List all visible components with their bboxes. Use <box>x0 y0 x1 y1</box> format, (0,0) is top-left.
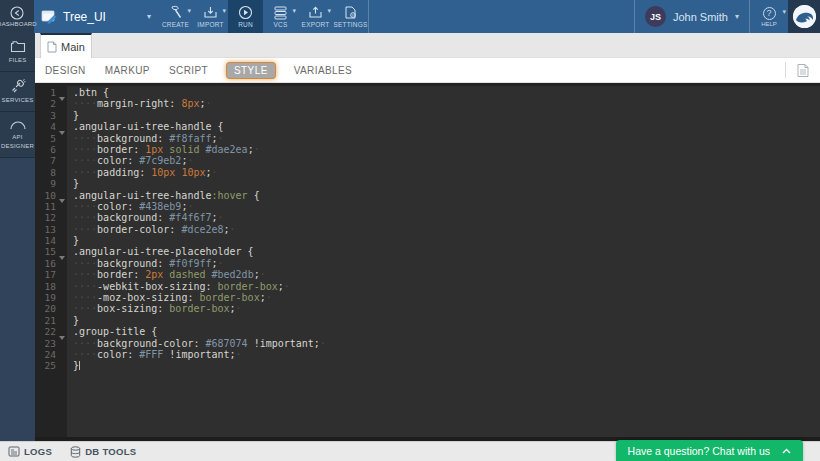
code-line[interactable]: 23····background-color: #687074 !importa… <box>35 338 820 349</box>
code-text: } <box>67 178 79 189</box>
sidebar-item-api-designer[interactable]: API DESIGNER <box>0 112 35 158</box>
code-text: .btn { <box>67 87 109 98</box>
code-line[interactable]: 15.angular-ui-tree-placeholder { <box>35 246 820 257</box>
code-editor[interactable]: 1.btn {2····margin-right: 8px;·3}4.angul… <box>35 83 820 441</box>
code-line[interactable]: 19····-moz-box-sizing: border-box;· <box>35 292 820 303</box>
code-text: } <box>67 110 79 121</box>
code-text: ····box-sizing: border-box;· <box>67 303 242 314</box>
line-number: 15 <box>35 246 67 257</box>
chevron-down-icon: ▾ <box>147 13 151 21</box>
code-text: ····background-color: #687074 !important… <box>67 338 326 349</box>
code-line[interactable]: 8····padding: 10px 10px;· <box>35 167 820 178</box>
code-line[interactable]: 3} <box>35 110 820 121</box>
code-line[interactable]: 17····border: 2px dashed #bed2db;· <box>35 269 820 280</box>
code-text: ····border: 2px dashed #bed2db;· <box>67 269 266 280</box>
dashboard-button[interactable]: DASHBOARD <box>0 0 34 33</box>
tab-design[interactable]: DESIGN <box>45 65 86 76</box>
workspace: Main DESIGN MARKUP SCRIPT STYLE VARIABLE… <box>35 33 820 441</box>
export-button[interactable]: ▾ EXPORT <box>298 0 333 33</box>
file-content-icon[interactable] <box>796 63 810 78</box>
sidebar-item-services[interactable]: SERVICES <box>0 72 35 112</box>
line-number: 3 <box>35 110 67 121</box>
create-button[interactable]: ▾ CREATE <box>158 0 193 33</box>
code-line[interactable]: 24····color: #FFF !important;· <box>35 349 820 360</box>
code-text: ····background: #f0f9ff;· <box>67 258 224 269</box>
import-button[interactable]: ▾ IMPORT <box>193 0 228 33</box>
line-number: 17 <box>35 269 67 280</box>
code-line[interactable]: 18····-webkit-box-sizing: border-box;· <box>35 281 820 292</box>
logs-button[interactable]: LOGS <box>8 446 52 457</box>
code-text: ····color: #7c9eb2;· <box>67 155 193 166</box>
project-app-icon <box>41 10 57 24</box>
code-text: } <box>67 360 80 371</box>
file-gear-icon <box>343 5 358 20</box>
line-number: 24 <box>35 349 67 360</box>
code-line[interactable]: 11····color: #438eb9;· <box>35 201 820 212</box>
sidebar-empty-area <box>0 158 35 441</box>
tab-variables[interactable]: VARIABLES <box>294 65 352 76</box>
code-line[interactable]: 21} <box>35 315 820 326</box>
code-text: .angular-ui-tree-placeholder { <box>67 246 254 257</box>
code-line[interactable]: 14} <box>35 235 820 246</box>
tab-bar: Main <box>35 33 820 58</box>
settings-button[interactable]: SETTINGS <box>333 0 368 33</box>
chat-widget-button[interactable]: Have a question? Chat with us <box>616 440 803 461</box>
app-window: DASHBOARD Tree_UI ▾ ▾ CREATE ▾ I <box>0 0 820 461</box>
chat-label: Have a question? Chat with us <box>628 445 770 457</box>
code-text: ····padding: 10px 10px;· <box>67 167 218 178</box>
code-line[interactable]: 12····background: #f4f6f7;· <box>35 212 820 223</box>
chevron-down-icon: ▾ <box>222 7 226 15</box>
line-number: 8 <box>35 167 67 178</box>
main-body: FILES SERVICES API DESIGNER <box>0 33 820 441</box>
code-line[interactable]: 13····border-color: #dce2e8;· <box>35 224 820 235</box>
tab-main[interactable]: Main <box>40 33 92 58</box>
chevron-down-icon: ▾ <box>292 7 296 15</box>
help-label: HELP <box>761 21 777 27</box>
code-text: ····-moz-box-sizing: border-box;· <box>67 292 272 303</box>
user-menu[interactable]: JS John Smith ▾ <box>635 0 749 33</box>
code-lines: 1.btn {2····margin-right: 8px;·3}4.angul… <box>35 87 820 372</box>
line-number: 25 <box>35 360 67 371</box>
topbar-spacer <box>369 0 634 33</box>
line-number: 20 <box>35 303 67 314</box>
code-line[interactable]: 20····box-sizing: border-box;· <box>35 303 820 314</box>
hammer-icon <box>168 5 183 20</box>
code-text: ····border-color: #dce2e8;· <box>67 224 236 235</box>
tab-markup[interactable]: MARKUP <box>105 65 150 76</box>
document-icon <box>47 41 57 53</box>
code-line[interactable]: 5····background: #f8faff;· <box>35 133 820 144</box>
arc-icon <box>9 119 27 130</box>
code-line[interactable]: 2····margin-right: 8px;· <box>35 98 820 109</box>
back-circle-icon <box>10 6 24 20</box>
line-number: 1 <box>35 87 67 98</box>
project-selector[interactable]: Tree_UI ▾ <box>34 0 158 33</box>
code-line[interactable]: 1.btn { <box>35 87 820 98</box>
code-line[interactable]: 4.angular-ui-tree-handle { <box>35 121 820 132</box>
chevron-down-icon: ▾ <box>782 8 786 16</box>
code-line[interactable]: 7····color: #7c9eb2;· <box>35 155 820 166</box>
import-icon <box>203 5 218 20</box>
code-text: ····-webkit-box-sizing: border-box;· <box>67 281 290 292</box>
code-line[interactable]: 9} <box>35 178 820 189</box>
code-line[interactable]: 16····background: #f0f9ff;· <box>35 258 820 269</box>
code-line[interactable]: 6····border: 1px solid #dae2ea;· <box>35 144 820 155</box>
code-text: ····color: #FFF !important;· <box>67 349 242 360</box>
run-button[interactable]: RUN <box>228 0 263 33</box>
tab-style[interactable]: STYLE <box>227 63 275 78</box>
help-menu[interactable]: ? ▾ HELP <box>750 0 788 33</box>
line-number: 7 <box>35 155 67 166</box>
code-line[interactable]: 25} <box>35 360 820 371</box>
line-number: 10 <box>35 190 67 201</box>
left-sidebar: FILES SERVICES API DESIGNER <box>0 33 35 441</box>
db-tools-button[interactable]: DB TOOLS <box>70 446 136 458</box>
code-line[interactable]: 10.angular-ui-tree-handle:hover { <box>35 190 820 201</box>
vcs-button[interactable]: ▾ VCS <box>263 0 298 33</box>
line-number: 12 <box>35 212 67 223</box>
sidebar-item-files[interactable]: FILES <box>0 33 35 72</box>
plug-icon <box>10 79 26 93</box>
line-number: 6 <box>35 144 67 155</box>
code-line[interactable]: 22.group-title { <box>35 326 820 337</box>
tab-script[interactable]: SCRIPT <box>169 65 208 76</box>
line-number: 13 <box>35 224 67 235</box>
code-text: ····background: #f4f6f7;· <box>67 212 224 223</box>
